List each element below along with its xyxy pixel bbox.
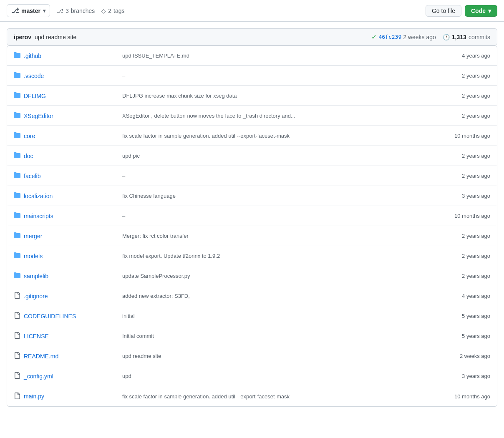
file-name[interactable]: mainscripts bbox=[24, 213, 53, 219]
branches-link[interactable]: ⎇ 3 branches bbox=[57, 8, 95, 14]
file-name-cell: samplelib bbox=[14, 272, 122, 280]
file-icon bbox=[14, 332, 20, 340]
file-commit-message[interactable]: initial bbox=[122, 313, 423, 319]
commit-hash-container: ✓ 46fc239 2 weeks ago bbox=[371, 33, 436, 41]
file-name[interactable]: XSegEditor bbox=[24, 113, 53, 119]
file-name[interactable]: main.py bbox=[24, 393, 44, 400]
tags-count: 2 bbox=[108, 8, 111, 14]
file-icon bbox=[14, 372, 20, 380]
table-row: samplelib update SampleProcessor.py 2 ye… bbox=[7, 266, 497, 286]
file-name-cell: main.py bbox=[14, 393, 122, 400]
file-time: 2 years ago bbox=[423, 73, 490, 79]
file-time: 2 years ago bbox=[423, 173, 490, 179]
commit-time: 2 weeks ago bbox=[403, 34, 436, 40]
file-commit-message[interactable]: – bbox=[122, 73, 423, 79]
table-row: .github upd ISSUE_TEMPLATE.md 4 years ag… bbox=[7, 46, 497, 66]
folder-icon bbox=[14, 232, 20, 240]
file-name-cell: .github bbox=[14, 52, 122, 60]
file-time: 2 years ago bbox=[423, 233, 490, 239]
table-row: core fix scale factor in sample generati… bbox=[7, 126, 497, 146]
commit-info-right: ✓ 46fc239 2 weeks ago 🕐 1,313 commits bbox=[371, 33, 490, 41]
table-row: merger Merger: fix rct color transfer 2 … bbox=[7, 226, 497, 246]
table-row: doc upd pic 2 years ago bbox=[7, 146, 497, 166]
file-name-cell: _config.yml bbox=[14, 372, 122, 380]
file-name[interactable]: DFLIMG bbox=[24, 93, 46, 99]
branches-count: 3 bbox=[66, 8, 69, 14]
file-name[interactable]: models bbox=[24, 253, 43, 259]
file-commit-message[interactable]: Merger: fix rct color transfer bbox=[122, 233, 423, 239]
folder-icon bbox=[14, 192, 20, 200]
file-time: 2 years ago bbox=[423, 113, 490, 119]
check-icon: ✓ bbox=[371, 33, 377, 41]
code-button[interactable]: Code ▾ bbox=[465, 5, 497, 17]
file-name-cell: XSegEditor bbox=[14, 112, 122, 120]
file-time: 10 months ago bbox=[423, 393, 490, 400]
commit-bar: iperov upd readme site ✓ 46fc239 2 weeks… bbox=[7, 28, 497, 45]
commits-label: commits bbox=[469, 34, 490, 40]
file-name[interactable]: LICENSE bbox=[24, 333, 49, 340]
branch-selector[interactable]: ⎇ master ▾ bbox=[7, 4, 50, 17]
commit-info-left: iperov upd readme site bbox=[14, 34, 76, 40]
file-name-cell: .gitignore bbox=[14, 292, 122, 300]
file-commit-message[interactable]: upd readme site bbox=[122, 353, 423, 359]
toolbar-right: Go to file Code ▾ bbox=[426, 5, 497, 17]
file-commit-message[interactable]: fix scale factor in sample generation. a… bbox=[122, 393, 423, 400]
file-commit-message[interactable]: fix scale factor in sample generation. a… bbox=[122, 133, 423, 139]
file-name[interactable]: localization bbox=[24, 193, 53, 199]
file-name[interactable]: .vscode bbox=[24, 73, 44, 79]
file-time: 10 months ago bbox=[423, 133, 490, 139]
file-time: 3 years ago bbox=[423, 193, 490, 199]
commits-count-link[interactable]: 🕐 1,313 commits bbox=[443, 34, 490, 40]
folder-icon bbox=[14, 72, 20, 80]
file-commit-message[interactable]: upd bbox=[122, 373, 423, 379]
file-name[interactable]: doc bbox=[24, 153, 33, 159]
file-name[interactable]: merger bbox=[24, 233, 42, 239]
folder-icon bbox=[14, 212, 20, 220]
table-row: models fix model export. Update tf2onnx … bbox=[7, 246, 497, 266]
file-time: 5 years ago bbox=[423, 333, 490, 339]
file-commit-message[interactable]: added new extractor: S3FD, bbox=[122, 293, 423, 299]
file-commit-message[interactable]: XSegEditor , delete button now moves the… bbox=[122, 113, 423, 119]
file-commit-message[interactable]: – bbox=[122, 173, 423, 179]
commit-author[interactable]: iperov bbox=[14, 34, 31, 40]
file-name[interactable]: .github bbox=[24, 53, 41, 59]
file-commit-message[interactable]: – bbox=[122, 213, 423, 219]
file-name[interactable]: facelib bbox=[24, 173, 40, 179]
file-name-cell: README.md bbox=[14, 352, 122, 360]
file-name-cell: mainscripts bbox=[14, 212, 122, 220]
file-commit-message[interactable]: update SampleProcessor.py bbox=[122, 273, 423, 279]
file-name[interactable]: core bbox=[24, 133, 35, 139]
branch-name: master bbox=[21, 8, 40, 14]
tags-link[interactable]: ◇ 2 tags bbox=[101, 8, 124, 14]
file-time: 2 years ago bbox=[423, 273, 490, 279]
commits-number: 1,313 bbox=[452, 34, 466, 40]
goto-file-button[interactable]: Go to file bbox=[426, 5, 461, 17]
branches-icon: ⎇ bbox=[57, 8, 63, 14]
file-commit-message[interactable]: upd pic bbox=[122, 153, 423, 159]
file-name-cell: .vscode bbox=[14, 72, 122, 80]
branches-label: branches bbox=[71, 8, 95, 14]
file-commit-message[interactable]: DFLJPG increase max chunk size for xseg … bbox=[122, 93, 423, 99]
table-row: main.py fix scale factor in sample gener… bbox=[7, 386, 497, 406]
file-time: 4 years ago bbox=[423, 53, 490, 59]
code-chevron-icon: ▾ bbox=[488, 8, 491, 14]
file-name[interactable]: _config.yml bbox=[24, 373, 53, 380]
file-name-cell: LICENSE bbox=[14, 332, 122, 340]
file-name[interactable]: .gitignore bbox=[24, 293, 48, 300]
file-name-cell: localization bbox=[14, 192, 122, 200]
file-commit-message[interactable]: upd ISSUE_TEMPLATE.md bbox=[122, 53, 423, 59]
table-row: DFLIMG DFLJPG increase max chunk size fo… bbox=[7, 86, 497, 106]
file-commit-message[interactable]: fix Chinesse language bbox=[122, 193, 423, 199]
file-icon bbox=[14, 393, 20, 400]
file-time: 10 months ago bbox=[423, 213, 490, 219]
code-label: Code bbox=[471, 8, 486, 14]
file-name[interactable]: CODEGUIDELINES bbox=[24, 313, 76, 320]
file-name[interactable]: samplelib bbox=[24, 273, 48, 279]
commit-hash-link[interactable]: 46fc239 bbox=[378, 34, 401, 40]
branch-icon: ⎇ bbox=[11, 7, 19, 15]
file-commit-message[interactable]: Initial commit bbox=[122, 333, 423, 339]
file-name[interactable]: README.md bbox=[24, 353, 58, 360]
folder-icon bbox=[14, 132, 20, 140]
file-time: 5 years ago bbox=[423, 313, 490, 319]
file-commit-message[interactable]: fix model export. Update tf2onnx to 1.9.… bbox=[122, 253, 423, 259]
